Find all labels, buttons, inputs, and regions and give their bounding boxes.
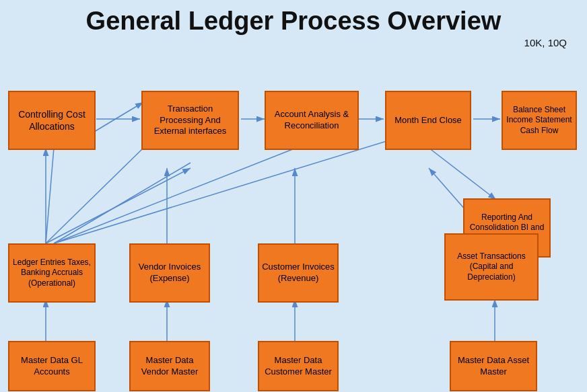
svg-line-17	[46, 148, 143, 243]
svg-line-4	[429, 148, 496, 200]
controlling-box: Controlling Cost Allocations	[8, 91, 96, 150]
svg-line-20	[54, 136, 404, 243]
transaction-box: Transaction Processing And External inte…	[141, 91, 239, 150]
svg-line-6	[46, 148, 54, 243]
svg-line-7	[46, 168, 191, 243]
svg-line-19	[54, 143, 310, 243]
page-title: General Ledger Process Overview	[0, 0, 587, 37]
master-vendor-box: Master Data Vendor Master	[129, 341, 210, 391]
master-asset-box: Master Data Asset Master	[450, 341, 537, 391]
ledger-box: Ledger Entries Taxes, Banking Accruals (…	[8, 243, 96, 303]
subtitle: 10K, 10Q	[0, 37, 587, 48]
master-gl-box: Master Data GL Accounts	[8, 341, 96, 391]
master-customer-box: Master Data Customer Master	[258, 341, 339, 391]
month-end-box: Month End Close	[385, 91, 471, 150]
svg-line-18	[54, 163, 191, 243]
vendor-inv-box: Vendor Invoices (Expense)	[129, 243, 210, 303]
balance-sheet-box: Balance Sheet Income Statement Cash Flow	[502, 91, 577, 150]
asset-trans-box: Asset Transactions (Capital and Deprecia…	[444, 233, 539, 301]
customer-inv-box: Customer Invoices (Revenue)	[258, 243, 339, 303]
account-box: Account Analysis & Reconciliation	[265, 91, 359, 150]
